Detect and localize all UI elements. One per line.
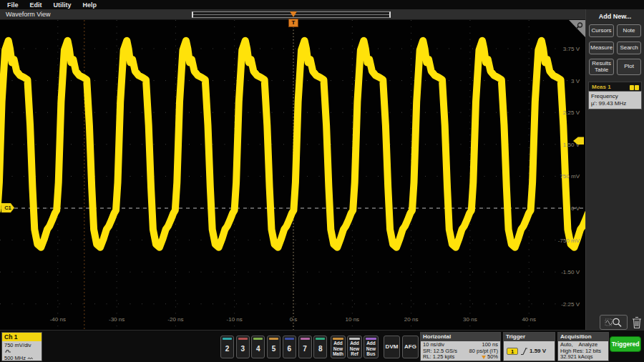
x-tick-label: 30 ns [463,316,477,323]
x-tick-label: 40 ns [522,316,536,323]
trash-icon [632,316,642,329]
y-tick-label: 3.75 V [563,46,580,52]
results-table-button[interactable]: Results Table [589,59,614,75]
y-tick-label: -2.25 V [561,301,580,308]
rising-edge-icon [520,347,527,356]
channel-button-label: 6 [283,340,296,358]
x-tick-label: 20 ns [404,316,419,323]
acquisition-count: 32.921 kAcqs [560,354,592,361]
menu-bar: File Edit Utility Help [0,0,644,9]
sidebar: Add New... Cursors Note Measure Search R… [585,9,644,330]
meas1-name: Frequency [591,93,639,100]
meas1-badge[interactable]: Meas 1 Frequency µ': 99.43 MHz [588,82,642,109]
y-tick-label: 2.25 V [563,109,580,116]
add-new-heading: Add New... [586,13,644,20]
add-new-bus-button[interactable]: Add New Bus [364,336,379,358]
waveform-view: Waveform View T -40 ns-30 ns-20 ns-10 ns… [0,9,585,330]
trigger-settings: 1 1.59 V [504,341,555,361]
channel-button-label: 5 [268,340,280,358]
channel-6-button[interactable]: 6 [283,336,296,358]
acquisition-badge[interactable]: Acquisition Auto, Analyze High Res: 12 b… [557,332,609,361]
search-button[interactable]: Search [617,41,641,54]
acquisition-settings: Auto, Analyze High Res: 12 bits 32.921 k… [558,341,608,361]
menu-file[interactable]: File [7,1,19,9]
measure-button[interactable]: Measure [589,41,614,54]
add-new-color-stripe [333,338,343,340]
add-new-math-button[interactable]: Add New Math [331,336,346,358]
channel-1-settings: 750 mV/div 500 MHz [2,341,42,361]
bandwidth-icon [27,356,34,361]
x-tick-label: -10 ns [227,316,243,323]
zoom-corner-icon[interactable] [568,20,585,37]
expansion-point-icon [482,356,486,359]
trigger-t-flag[interactable]: T [288,19,298,27]
sidebar-button-grid: Cursors Note Measure Search Results Tabl… [586,20,644,75]
coupling-icon [4,349,11,354]
channel-2-button[interactable]: 2 [220,336,234,358]
meas1-value: µ': 99.43 MHz [591,100,639,107]
waveform-view-title: Waveform View [6,11,51,18]
trigger-level-value: 1.59 V [530,348,546,354]
x-tick-label: -40 ns [50,316,66,323]
trigger-position-arrow-icon[interactable] [290,11,297,17]
note-button[interactable]: Note [617,24,641,37]
menu-utility[interactable]: Utility [54,1,72,9]
channel-3-button[interactable]: 3 [236,336,250,358]
channel-5-button[interactable]: 5 [267,336,280,358]
channel-button-label: 3 [237,340,249,358]
channel-button-label: 4 [252,340,264,358]
x-tick-label: 0 s [290,316,298,323]
zoom-tool-button[interactable] [600,315,628,330]
bottom-bar: Ch 1 750 mV/div 500 MHz 2345678 Add New … [0,330,644,362]
meas1-header: Meas 1 [588,82,642,91]
add-new-color-stripe [366,338,376,340]
channel-4-button[interactable]: 4 [251,336,265,358]
add-new-button-label: Add New Bus [364,341,378,357]
y-tick-label: 0 V [571,205,580,212]
x-tick-label: -30 ns [109,316,125,323]
y-tick-label: -1.50 V [561,269,580,275]
waveform-canvas [0,20,585,330]
acquisition-title: Acquisition [558,333,608,341]
trigger-title: Trigger [504,333,555,341]
channel-1-label: Ch 1 [2,333,42,341]
x-tick-label: -20 ns [167,316,183,323]
triggered-status-badge: Triggered [610,336,641,352]
horizontal-title: Horizontal [421,333,500,341]
add-new-ref-button[interactable]: Add New Ref [347,336,362,358]
add-new-button-label: Add New Math [331,341,345,357]
trigger-badge[interactable]: Trigger 1 1.59 V [503,332,555,361]
horizontal-settings: 10 ns/div 100 ns SR: 12.5 GS/s 80 ps/pt … [421,341,500,361]
channel-button-label: 2 [221,340,233,358]
meas1-result: Frequency µ': 99.43 MHz [588,91,642,109]
dvm-button[interactable]: DVM [384,336,400,358]
y-tick-label: 3 V [571,78,580,84]
channel-1-badge[interactable]: Ch 1 750 mV/div 500 MHz [1,332,42,361]
graticule[interactable]: -40 ns-30 ns-20 ns-10 ns0 s10 ns20 ns30 … [0,20,585,330]
channel-button-label: 8 [314,340,326,358]
channel-button-label: 7 [299,340,311,358]
channel-7-button[interactable]: 7 [298,336,312,358]
cursors-button[interactable]: Cursors [589,24,614,37]
horizontal-position: 50% [482,354,498,361]
x-tick-label: 10 ns [346,316,360,323]
afg-button[interactable]: AFG [402,336,419,358]
meas1-title: Meas 1 [592,84,611,90]
plot-button[interactable]: Plot [617,59,641,75]
meas1-histogram-icon [630,85,639,90]
channel-8-button[interactable]: 8 [313,336,327,358]
magnifier-waveform-icon [605,317,623,328]
trash-button[interactable] [631,315,643,330]
add-new-color-stripe [349,338,360,340]
menu-edit[interactable]: Edit [30,1,42,9]
y-tick-label: 750 mV [560,173,580,180]
channel-1-bandwidth: 500 MHz [4,355,26,361]
record-length: RL: 1.25 kpts [423,354,454,361]
trigger-source-badge: 1 [507,348,518,355]
menu-help[interactable]: Help [83,1,97,9]
channel-1-scale: 750 mV/div [4,342,31,348]
horizontal-badge[interactable]: Horizontal 10 ns/div 100 ns SR: 12.5 GS/… [420,332,501,361]
ch1-waveform-trace [0,41,585,248]
y-tick-label: -750 mV [558,238,580,244]
add-new-button-label: Add New Ref [348,341,361,357]
